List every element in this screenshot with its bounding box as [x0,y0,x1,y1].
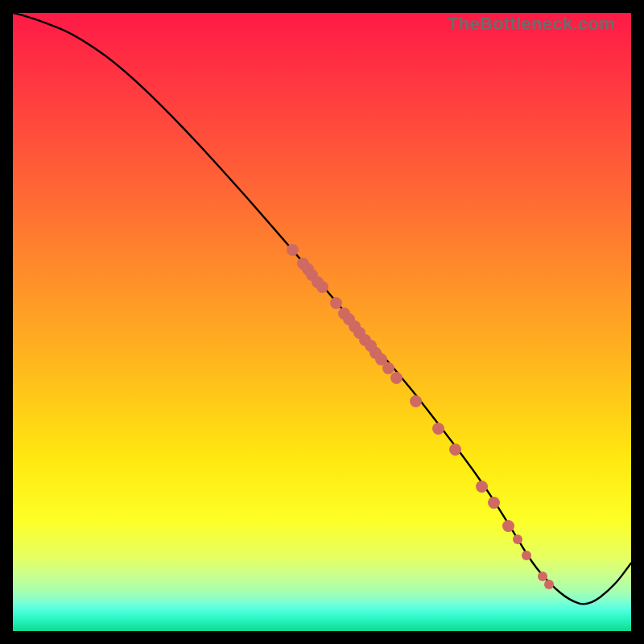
data-point [544,580,554,589]
chart-frame: TheBottleneck.com [0,0,644,644]
curve-layer [13,13,631,631]
plot-area: TheBottleneck.com [13,13,631,631]
data-point [410,395,422,407]
data-point [432,423,444,435]
bottleneck-curve [13,13,631,604]
data-point [488,497,500,509]
data-point [513,535,522,544]
watermark-text: TheBottleneck.com [448,14,615,35]
